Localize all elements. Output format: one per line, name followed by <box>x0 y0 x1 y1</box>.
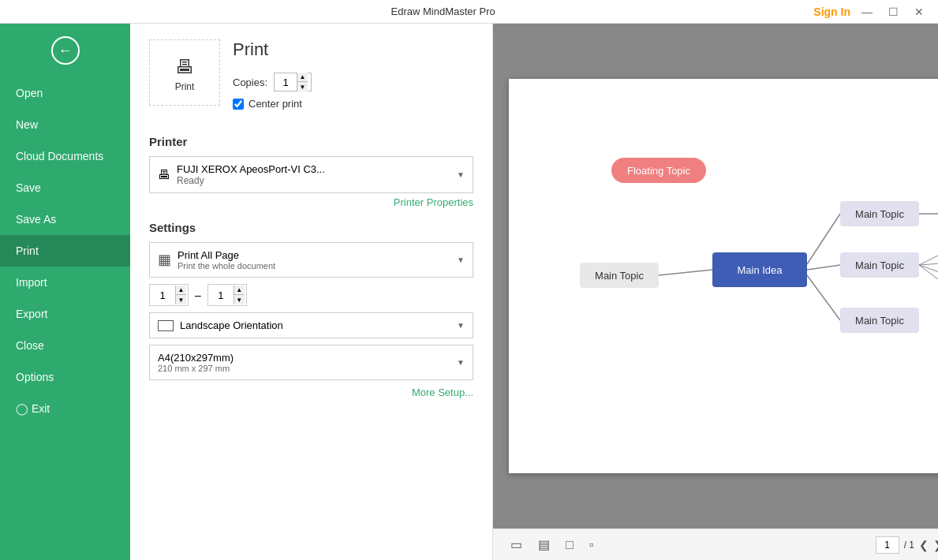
view-shrink-button[interactable]: ▫ <box>585 535 599 555</box>
page-current-input[interactable] <box>876 536 899 554</box>
floating-topic-node: Floating Topic <box>611 158 706 183</box>
main-topic-left-label: Main Topic <box>595 270 644 282</box>
paper-label: A4(210x297mm) <box>158 352 234 364</box>
center-print-row: Center print <box>233 98 312 110</box>
printer-section: Printer 🖶 FUJI XEROX ApeosPort-VI C3... … <box>149 135 473 208</box>
sidebar-item-close[interactable]: Close <box>0 330 130 361</box>
print-icon-button[interactable]: 🖶 Print <box>149 39 220 106</box>
copies-row: Copies: ▲ ▼ <box>233 73 312 91</box>
svg-line-7 <box>919 249 938 265</box>
floating-topic-label: Floating Topic <box>627 165 690 177</box>
main-layout: ← Open New Cloud Documents Save Save As … <box>0 24 938 560</box>
page-from-wrapper: ▲ ▼ <box>149 284 189 306</box>
page-prev-button[interactable]: ❮ <box>919 539 929 551</box>
app-title: Edraw MindMaster Pro <box>73 6 813 17</box>
page-to-down[interactable]: ▼ <box>234 295 245 304</box>
view-fit-page-button[interactable]: ▭ <box>506 534 527 555</box>
view-expand-button[interactable]: □ <box>561 535 578 555</box>
page-to-input[interactable] <box>208 289 234 301</box>
printer-select[interactable]: 🖶 FUJI XEROX ApeosPort-VI C3... Ready ▼ <box>149 156 473 193</box>
sidebar-item-exit[interactable]: ◯ Exit <box>0 393 130 424</box>
sidebar-item-import[interactable]: Import <box>0 267 130 298</box>
svg-line-1 <box>807 214 840 264</box>
main-idea-node: Main Idea <box>712 252 807 287</box>
print-all-label: Print All Page <box>178 249 275 261</box>
copies-up-button[interactable]: ▲ <box>297 73 308 82</box>
paper-select[interactable]: A4(210x297mm) 210 mm x 297 mm ▼ <box>149 345 473 380</box>
page-from-input[interactable] <box>150 289 175 301</box>
more-setup-link[interactable]: More Setup... <box>149 386 473 398</box>
print-all-inner: ▦ Print All Page Print the whole documen… <box>158 249 275 271</box>
page-to-spinner: ▲ ▼ <box>234 286 245 304</box>
print-all-text: Print All Page Print the whole document <box>178 249 275 271</box>
view-grid-button[interactable]: ▤ <box>533 534 555 555</box>
minimize-button[interactable]: — <box>857 4 877 20</box>
printer-properties-link[interactable]: Printer Properties <box>149 196 473 208</box>
printer-section-title: Printer <box>149 135 473 148</box>
back-circle-icon: ← <box>51 36 80 65</box>
sidebar-item-save[interactable]: Save <box>0 172 130 203</box>
settings-section: Settings ▦ Print All Page Print the whol… <box>149 221 473 398</box>
sidebar-item-open[interactable]: Open <box>0 77 130 109</box>
main-topic-right3-node: Main Topic <box>840 308 919 333</box>
print-all-icon: ▦ <box>158 251 171 268</box>
sign-in-button[interactable]: Sign In <box>813 6 850 18</box>
main-topic-right1-node: Main Topic <box>840 201 919 226</box>
title-bar: Edraw MindMaster Pro Sign In — ☐ ✕ <box>0 0 938 24</box>
orientation-select[interactable]: Landscape Orientation ▼ <box>149 312 473 338</box>
print-all-page-select[interactable]: ▦ Print All Page Print the whole documen… <box>149 242 473 278</box>
printer-name: FUJI XEROX ApeosPort-VI C3... <box>177 163 325 175</box>
copies-input-wrapper: ▲ ▼ <box>274 73 312 91</box>
page-from-up[interactable]: ▲ <box>175 286 186 295</box>
landscape-icon <box>158 320 174 331</box>
center-print-label: Center print <box>249 98 302 110</box>
window-controls: Sign In — ☐ ✕ <box>813 4 929 20</box>
paper-info: A4(210x297mm) 210 mm x 297 mm <box>158 352 234 373</box>
copies-field[interactable] <box>275 77 297 88</box>
print-panel: 🖶 Print Print Copies: ▲ ▼ <box>130 24 493 560</box>
page-from-spinner: ▲ ▼ <box>175 286 186 304</box>
copies-spinner: ▲ ▼ <box>297 73 308 91</box>
printer-select-icon: 🖶 <box>158 168 170 182</box>
orientation-label: Landscape Orientation <box>180 319 283 331</box>
preview-area: Floating Topic Main Idea Main Topic Main… <box>493 24 938 560</box>
page-range-dash: – <box>195 289 201 301</box>
page-to-wrapper: ▲ ▼ <box>207 284 247 306</box>
center-print-checkbox[interactable] <box>233 99 244 110</box>
page-nav: / 1 ❮ ❯ <box>876 536 938 554</box>
sidebar-item-cloud[interactable]: Cloud Documents <box>0 140 130 172</box>
page-from-down[interactable]: ▼ <box>175 295 186 304</box>
sidebar-item-options[interactable]: Options <box>0 361 130 393</box>
page-total: / 1 <box>904 539 914 551</box>
print-title: Print <box>233 39 312 60</box>
sidebar: ← Open New Cloud Documents Save Save As … <box>0 24 130 560</box>
paper-dropdown-arrow: ▼ <box>457 358 465 367</box>
sidebar-item-print[interactable]: Print <box>0 235 130 267</box>
close-button[interactable]: ✕ <box>910 4 929 20</box>
page-range-row: ▲ ▼ – ▲ ▼ <box>149 284 473 306</box>
main-topic-right2-label: Main Topic <box>855 259 904 271</box>
preview-bottom-bar: ▭ ▤ □ ▫ / 1 ❮ ❯ 63% <box>493 528 938 560</box>
orientation-dropdown-arrow: ▼ <box>457 321 465 330</box>
orientation-inner: Landscape Orientation <box>158 319 283 331</box>
printer-info: FUJI XEROX ApeosPort-VI C3... Ready <box>177 163 325 186</box>
back-button[interactable]: ← <box>0 24 130 77</box>
svg-line-2 <box>807 265 840 270</box>
main-topic-right1-label: Main Topic <box>855 208 904 220</box>
print-button-label: Print <box>175 81 195 92</box>
copies-label: Copies: <box>233 77 267 88</box>
sidebar-item-new[interactable]: New <box>0 109 130 140</box>
page-next-button[interactable]: ❯ <box>933 539 938 551</box>
sidebar-item-saveas[interactable]: Save As <box>0 203 130 235</box>
print-all-sub: Print the whole document <box>178 261 275 271</box>
main-topic-right3-label: Main Topic <box>855 315 904 327</box>
exit-icon: ◯ <box>16 402 28 415</box>
print-all-dropdown-arrow: ▼ <box>457 256 465 264</box>
mindmap-container: Floating Topic Main Idea Main Topic Main… <box>509 79 938 473</box>
printer-status: Ready <box>177 175 325 186</box>
svg-line-0 <box>659 270 712 275</box>
maximize-button[interactable]: ☐ <box>884 4 903 20</box>
page-to-up[interactable]: ▲ <box>234 286 245 295</box>
copies-down-button[interactable]: ▼ <box>297 82 308 91</box>
sidebar-item-export[interactable]: Export <box>0 298 130 330</box>
